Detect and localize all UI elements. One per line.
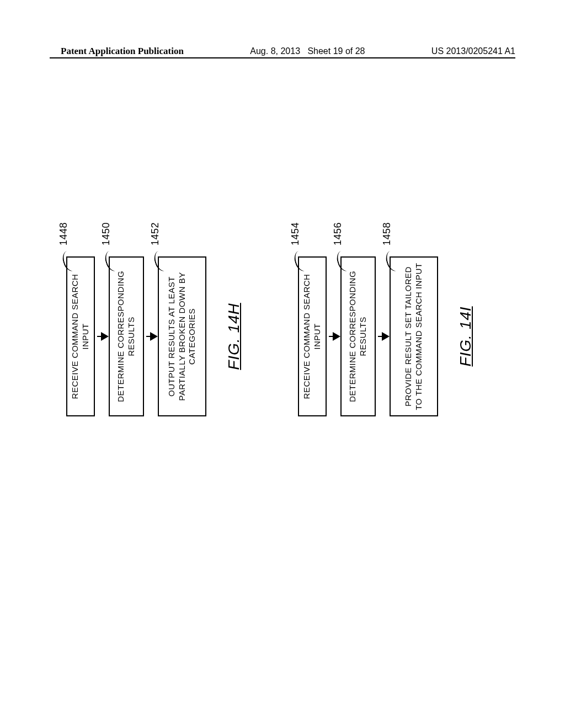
step-1452: OUTPUT RESULTS AT LEAST PARTIALLY BROKEN…	[158, 256, 206, 416]
ref-1456-num: 1456	[332, 222, 343, 245]
step-1458-text: PROVIDE RESULT SET TAILORED TO THE COMMA…	[403, 262, 424, 411]
figure-label-14i: FIG. 14I	[457, 306, 475, 366]
flowchart-14h-inner: RECEIVE COMMAND SEARCH INPUT 1448 DETERM…	[66, 99, 243, 574]
header-left: Patent Application Publication	[61, 46, 184, 57]
step-1450: DETERMINE CORRESPONDING RESULTS 1450	[109, 256, 144, 416]
arrow-down-icon	[329, 336, 339, 338]
ref-1458-num: 1458	[381, 222, 392, 245]
leader-line-icon	[332, 251, 344, 273]
ref-1456: 1456	[332, 222, 344, 273]
ref-1454: 1454	[289, 222, 302, 273]
leader-line-icon	[58, 251, 70, 273]
ref-1450: 1450	[100, 222, 113, 273]
step-1454-text: RECEIVE COMMAND SEARCH INPUT	[302, 262, 323, 411]
step-1448-text: RECEIVE COMMAND SEARCH INPUT	[70, 262, 91, 411]
patent-page: Patent Application Publication Aug. 8, 2…	[0, 0, 565, 728]
arrow-down-icon	[378, 336, 388, 338]
step-1452-text: OUTPUT RESULTS AT LEAST PARTIALLY BROKEN…	[167, 262, 198, 411]
ref-1448-num: 1448	[58, 222, 69, 245]
step-1456-text: DETERMINE CORRESPONDING RESULTS	[348, 262, 369, 411]
flowchart-14i-inner: RECEIVE COMMAND SEARCH INPUT 1454 DETERM…	[298, 99, 475, 574]
arrow-down-icon	[146, 336, 157, 338]
header-center: Aug. 8, 2013 Sheet 19 of 28	[250, 46, 365, 56]
leader-line-icon	[100, 251, 113, 273]
figure-label-14h: FIG. 14H	[225, 303, 243, 370]
header-rule	[50, 57, 515, 58]
step-1454: RECEIVE COMMAND SEARCH INPUT 1454	[298, 256, 327, 416]
step-1448: RECEIVE COMMAND SEARCH INPUT 1448	[66, 256, 95, 416]
leader-line-icon	[290, 251, 302, 273]
header-right: US 2013/0205241 A1	[431, 46, 515, 56]
ref-1450-num: 1450	[100, 222, 111, 245]
step-1456: DETERMINE CORRESPONDING RESULTS 1456	[340, 256, 376, 416]
ref-1458: 1458	[381, 222, 393, 273]
step-1450-text: DETERMINE CORRESPONDING RESULTS	[116, 262, 137, 411]
step-1458: PROVIDE RESULT SET TAILORED TO THE COMMA…	[390, 256, 438, 416]
header-sheet: Sheet 19 of 28	[307, 46, 365, 56]
flowchart-14i: RECEIVE COMMAND SEARCH INPUT 1454 DETERM…	[298, 99, 475, 574]
leader-line-icon	[381, 251, 393, 273]
flowchart-14h: RECEIVE COMMAND SEARCH INPUT 1448 DETERM…	[66, 99, 243, 574]
ref-1448: 1448	[57, 222, 70, 273]
header-date: Aug. 8, 2013	[250, 46, 300, 56]
ref-1454-num: 1454	[290, 222, 301, 245]
ref-1452: 1452	[149, 222, 162, 273]
leader-line-icon	[150, 251, 162, 273]
ref-1452-num: 1452	[150, 222, 161, 245]
arrow-down-icon	[97, 336, 108, 338]
